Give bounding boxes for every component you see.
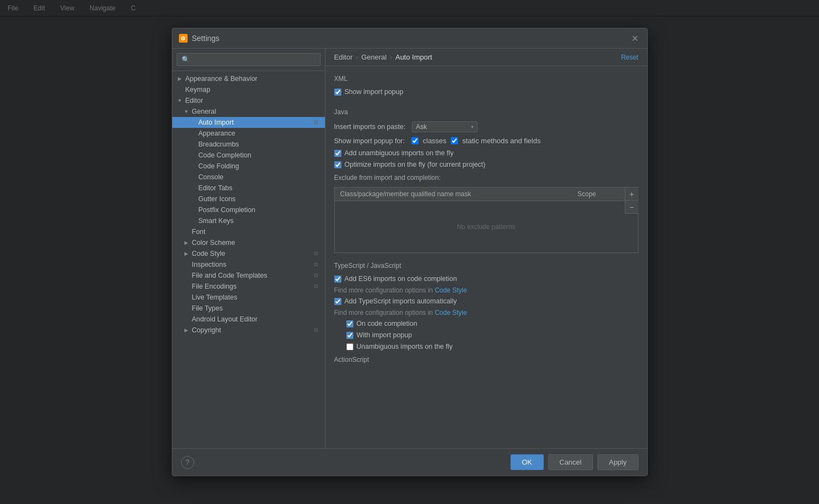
tree-arrow: ▶ — [183, 327, 190, 333]
tree-item-editor-tabs[interactable]: ▶ Editor Tabs — [172, 183, 325, 194]
with-import-popup-label[interactable]: With import popup — [357, 331, 412, 339]
tree-label: Code Style — [192, 250, 225, 257]
code-style-link-1[interactable]: Code Style — [435, 286, 467, 294]
on-code-completion-checkbox[interactable] — [346, 320, 353, 327]
tree-item-auto-import[interactable]: ▶ Auto Import ⧉ — [172, 117, 325, 128]
search-box — [172, 49, 325, 71]
tree-item-console[interactable]: ▶ Console — [172, 172, 325, 183]
add-ts-imports-checkbox[interactable] — [334, 298, 341, 305]
show-popup-for-label: Show import popup for: — [334, 137, 405, 145]
copy-icon: ⧉ — [314, 250, 321, 257]
code-style-link-2[interactable]: Code Style — [435, 309, 467, 317]
reset-link[interactable]: Reset — [621, 54, 638, 61]
insert-imports-label: Insert imports on paste: — [334, 123, 406, 131]
tree-item-file-types[interactable]: ▶ File Types — [172, 303, 325, 314]
table-col1-header: Class/package/member qualified name mask — [335, 187, 572, 201]
optimize-imports-label[interactable]: Optimize imports on the fly (for current… — [345, 161, 486, 168]
copy-icon: ⧉ — [314, 272, 321, 279]
tree-item-postfix-completion[interactable]: ▶ Postfix Completion — [172, 204, 325, 215]
add-unambiguous-checkbox[interactable] — [334, 150, 341, 157]
settings-tree: ▶ Appearance & Behavior ▶ Keymap ▼ Edito… — [172, 71, 325, 448]
find-more-ts2: Find more configuration options in Code … — [334, 309, 638, 317]
tree-label: Code Folding — [199, 162, 239, 170]
dialog-footer: ? OK Cancel Apply — [172, 448, 647, 476]
breadcrumb-sep1: › — [356, 54, 358, 61]
tree-item-appearance[interactable]: ▶ Appearance — [172, 128, 325, 139]
add-unambiguous-label[interactable]: Add unambiguous imports on the fly — [345, 149, 454, 157]
breadcrumb-part1[interactable]: Editor — [334, 53, 353, 61]
tree-item-editor[interactable]: ▼ Editor — [172, 95, 325, 106]
insert-imports-dropdown-wrapper: Ask All None — [412, 121, 478, 132]
tree-item-code-folding[interactable]: ▶ Code Folding — [172, 161, 325, 172]
tree-label: Inspections — [192, 261, 226, 268]
tree-label: Editor Tabs — [199, 184, 233, 192]
apply-button[interactable]: Apply — [597, 454, 638, 470]
on-code-completion-label[interactable]: On code completion — [357, 320, 417, 327]
copy-icon: ⧉ — [314, 283, 321, 290]
tree-item-color-scheme[interactable]: ▶ Color Scheme — [172, 237, 325, 248]
tree-label: Console — [199, 173, 224, 181]
cancel-button[interactable]: Cancel — [548, 454, 593, 470]
add-ts-imports-label[interactable]: Add TypeScript imports automatically — [345, 297, 457, 305]
tree-label: File Encodings — [192, 283, 237, 290]
tree-item-gutter-icons[interactable]: ▶ Gutter Icons — [172, 194, 325, 204]
dialog-body: ▶ Appearance & Behavior ▶ Keymap ▼ Edito… — [172, 49, 647, 448]
no-patterns-text: No exclude patterns — [335, 201, 638, 253]
add-es6-checkbox[interactable] — [334, 276, 341, 283]
tree-item-appearance-behavior[interactable]: ▶ Appearance & Behavior — [172, 73, 325, 84]
static-methods-label[interactable]: static methods and fields — [462, 137, 541, 145]
tree-item-smart-keys[interactable]: ▶ Smart Keys — [172, 215, 325, 226]
unambiguous-imports-checkbox[interactable] — [346, 343, 353, 350]
tree-item-android-layout-editor[interactable]: ▶ Android Layout Editor — [172, 314, 325, 325]
tree-arrow: ▶ — [183, 239, 190, 246]
remove-pattern-button[interactable]: − — [625, 201, 638, 214]
breadcrumb-part2[interactable]: General — [361, 53, 386, 61]
tree-item-inspections[interactable]: ▶ Inspections ⧉ — [172, 259, 325, 270]
tree-item-breadcrumbs[interactable]: ▶ Breadcrumbs — [172, 139, 325, 150]
copy-icon: ⧉ — [314, 327, 321, 333]
static-methods-checkbox[interactable] — [451, 137, 458, 144]
find-more-ts1: Find more configuration options in Code … — [334, 286, 638, 294]
tree-item-general[interactable]: ▼ General — [172, 106, 325, 117]
tree-item-file-code-templates[interactable]: ▶ File and Code Templates ⧉ — [172, 270, 325, 281]
footer-buttons: OK Cancel Apply — [510, 454, 638, 470]
tree-item-file-encodings[interactable]: ▶ File Encodings ⧉ — [172, 281, 325, 292]
modal-overlay: ⚙ Settings ✕ ▶ Appearance & Behav — [0, 0, 819, 504]
tree-label: Postfix Completion — [199, 206, 255, 214]
tree-label: File and Code Templates — [192, 272, 268, 279]
tree-item-code-completion[interactable]: ▶ Code Completion — [172, 150, 325, 161]
tree-item-code-style[interactable]: ▶ Code Style ⧉ — [172, 248, 325, 259]
show-popup-for-row: Show import popup for: classes static me… — [334, 137, 638, 145]
insert-imports-dropdown[interactable]: Ask All None — [412, 121, 478, 132]
tree-label: Breadcrumbs — [199, 140, 239, 148]
optimize-imports-checkbox[interactable] — [334, 161, 341, 168]
add-es6-row: Add ES6 imports on code completion — [334, 275, 638, 283]
dialog-title-left: ⚙ Settings — [179, 34, 220, 43]
add-pattern-button[interactable]: + — [625, 187, 638, 201]
xml-show-popup-checkbox[interactable] — [334, 89, 341, 96]
with-import-popup-checkbox[interactable] — [346, 332, 353, 339]
with-import-popup-row: With import popup — [346, 331, 638, 339]
tree-item-keymap[interactable]: ▶ Keymap — [172, 84, 325, 95]
xml-show-popup-label[interactable]: Show import popup — [345, 88, 404, 96]
tree-item-live-templates[interactable]: ▶ Live Templates — [172, 292, 325, 303]
tree-item-font[interactable]: ▶ Font — [172, 226, 325, 237]
close-button[interactable]: ✕ — [630, 33, 641, 44]
help-button[interactable]: ? — [181, 456, 194, 469]
tree-label: Gutter Icons — [199, 195, 236, 203]
ok-button[interactable]: OK — [510, 454, 544, 470]
breadcrumb: Editor › General › Auto Import — [334, 53, 432, 61]
exclude-table-container: Class/package/member qualified name mask… — [334, 187, 638, 253]
unambiguous-imports-label[interactable]: Unambiguous imports on the fly — [357, 343, 453, 350]
tree-item-copyright[interactable]: ▶ Copyright ⧉ — [172, 325, 325, 336]
actionscript-section-title: ActionScript — [334, 356, 638, 364]
on-code-completion-row: On code completion — [346, 320, 638, 327]
add-es6-label[interactable]: Add ES6 imports on code completion — [345, 275, 457, 283]
tree-label: Keymap — [185, 86, 211, 93]
settings-dialog: ⚙ Settings ✕ ▶ Appearance & Behav — [172, 28, 648, 476]
add-ts-imports-row: Add TypeScript imports automatically — [334, 297, 638, 305]
tree-label: Appearance & Behavior — [185, 75, 258, 83]
classes-checkbox[interactable] — [411, 137, 419, 144]
classes-label[interactable]: classes — [423, 137, 446, 145]
search-input[interactable] — [177, 53, 321, 66]
